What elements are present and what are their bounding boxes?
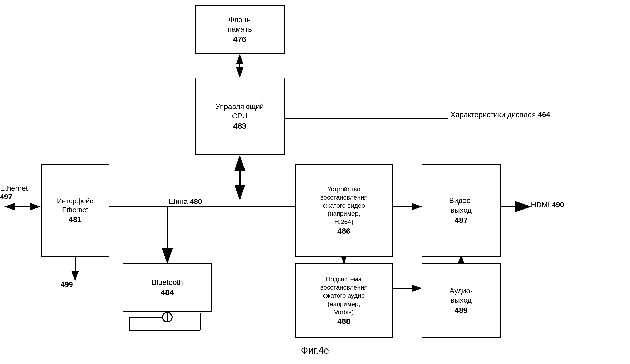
bluetooth-num: 484 [161, 287, 174, 297]
flash-box: Флэш- память 476 [195, 5, 285, 54]
audio-restore-num: 488 [337, 316, 350, 326]
video-restore-box: Устройствовосстановлениясжатого видео(на… [295, 164, 393, 257]
ethernet-label: Ethernet 497 [0, 184, 28, 201]
ethernet-if-box: ИнтерфейсEthernet 481 [41, 164, 109, 257]
flash-num: 476 [233, 34, 246, 44]
bus-label: Шина 480 [169, 197, 202, 206]
video-restore-num: 486 [337, 226, 350, 236]
audio-out-label: Аудио-выход [450, 286, 473, 305]
node499-label: 499 [61, 280, 73, 289]
flash-label: Флэш- память [228, 15, 252, 34]
video-out-num: 487 [455, 215, 468, 225]
svg-point-15 [163, 312, 172, 322]
video-out-box: Видео-выход 487 [422, 164, 501, 257]
cpu-label: УправляющийCPU [216, 102, 264, 121]
video-out-label: Видео-выход [449, 196, 473, 215]
audio-out-box: Аудио-выход 489 [422, 263, 501, 338]
cpu-box: УправляющийCPU 483 [195, 78, 285, 155]
audio-out-num: 489 [455, 305, 468, 315]
diagram: Флэш- память 476 УправляющийCPU 483 Инте… [0, 0, 630, 364]
audio-restore-label: Подсистемавосстановлениясжатого аудио(на… [320, 275, 368, 316]
bluetooth-box: Bluetooth 484 [123, 263, 212, 312]
hdmi-label: HDMI 490 [531, 201, 564, 209]
bluetooth-label: Bluetooth [152, 278, 183, 287]
figure-caption: Фиг.4е [0, 345, 630, 356]
cpu-num: 483 [233, 121, 246, 131]
audio-restore-box: Подсистемавосстановлениясжатого аудио(на… [295, 263, 393, 338]
ethernet-if-label: ИнтерфейсEthernet [57, 197, 93, 215]
video-restore-label: Устройствовосстановлениясжатого видео(на… [320, 185, 368, 226]
display-char-label: Характеристики дисплея 464 [451, 111, 550, 119]
ethernet-if-num: 481 [69, 214, 82, 225]
